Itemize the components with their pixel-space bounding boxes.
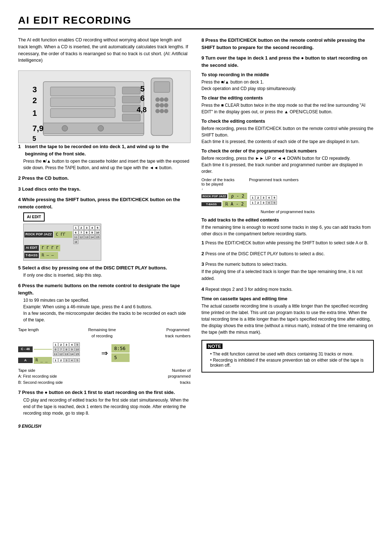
tape-side-label: Tape sideA: First recording sideB: Secon… <box>18 367 63 386</box>
svg-point-12 <box>164 97 168 102</box>
track-order-diagram: Order of the tracksto be played ↓ Progra… <box>201 178 374 214</box>
add-step-4: 4 Repeat steps 2 and 3 for adding more t… <box>201 286 374 293</box>
svg-point-17 <box>160 109 164 113</box>
clear-body: Press the ■ CLEAR button twice in the st… <box>201 102 374 115</box>
track-val1: ρ - 2 <box>228 193 247 199</box>
add-step-3: 3 Press the numeric buttons to select tr… <box>201 261 374 282</box>
num-programmed-label: Number ofprogrammedtracks <box>168 367 191 386</box>
check-editing-heading: To check the editing contents <box>201 119 374 124</box>
check-editing-body: Before recording, press the EDIT/CHECK b… <box>201 125 374 145</box>
left-column: The AI edit function enables CD recordin… <box>18 37 191 429</box>
svg-text:4,8: 4,8 <box>137 106 147 114</box>
right-column: 8 Press the EDIT/CHECK button on the rem… <box>201 37 374 429</box>
tape-lcd-tag2: A <box>18 358 33 363</box>
check-editing-section: To check the editing contents Before rec… <box>201 119 374 145</box>
intro-text: The AI edit function enables CD recordin… <box>18 37 191 64</box>
track-tag1: ROCK POP JAZZ <box>201 194 227 198</box>
tape-lcd-val1 <box>34 349 52 350</box>
step-6-num: 6 <box>18 283 22 288</box>
add-step-2-num: 2 <box>201 251 205 256</box>
num-grid-tape: 12345 678910 1112131415 <box>53 342 80 356</box>
step-3: 3 Load discs onto the trays. <box>18 186 191 193</box>
clear-editing-section: To clear the editing contents Press the … <box>201 95 374 115</box>
step-1-title: Insert the tape to be recorded on into d… <box>25 143 191 157</box>
remaining-label: Remaining timeof recording <box>88 327 116 339</box>
svg-rect-7 <box>122 114 140 121</box>
add-step-1: 1 Press the EDIT/CHECK button while pres… <box>201 239 374 247</box>
step-7: 7 Press the ● button on deck 1 first to … <box>18 389 191 416</box>
add-tracks-section: To add tracks to the edited contents If … <box>201 217 374 293</box>
order-arrow: ↓ <box>201 187 234 191</box>
device-svg: 3 2 1 7,9 5 5 6 4,8 <box>19 71 190 143</box>
lcd-tag-aiedit: AI EDIT <box>24 245 39 251</box>
step-6-body: 10 to 99 minutes can be specified. Examp… <box>23 297 191 323</box>
tape-wrapper: C - 46 12345 678910 1112131415 <box>18 342 191 365</box>
note-item-2: Recording is inhibited if the erasure pr… <box>207 358 369 368</box>
lcd-val1: C ΓΓ <box>54 231 72 238</box>
clear-heading: To clear the editing contents <box>201 95 374 101</box>
tape-left-display: C - 46 12345 678910 1112131415 <box>18 342 98 365</box>
lcd-val2: Γ Γ Γ Γ <box>40 245 60 252</box>
step-6: 6 Press the numeric buttons on the remot… <box>18 282 191 385</box>
add-tracks-body: If the remaining time is enough to recor… <box>201 224 374 237</box>
steps-section: 1 Insert the tape to be recorded on into… <box>18 143 191 416</box>
step-8: 8 Press the EDIT/CHECK button on the rem… <box>201 37 374 51</box>
tape-right-val1: 8:56 <box>111 344 130 353</box>
page-container: AI EDIT RECORDING The AI edit function e… <box>18 15 374 429</box>
add-tracks-heading: To add tracks to the edited contents <box>201 217 374 223</box>
tape-diagram-labels: Tape length Remaining timeof recording P… <box>18 327 191 339</box>
num-grid-1: 12345 678910 1112131415 18 <box>73 225 100 244</box>
time-cassette-section: Time on cassette tapes and editing time … <box>201 296 374 336</box>
tape-length-label: Tape length <box>18 327 39 339</box>
add-step-1-num: 1 <box>201 240 205 245</box>
add-step-3-num: 3 <box>201 261 205 267</box>
add-step-3-body: Press the numeric buttons to select trac… <box>201 262 363 281</box>
step-6-title: Press the numeric buttons on the remote … <box>18 283 180 296</box>
svg-point-16 <box>155 109 160 113</box>
step-5-body: If only one disc is inserted, skip this … <box>23 272 191 278</box>
svg-rect-19 <box>43 123 144 134</box>
time-cassette-body: The actual cassette recording time is us… <box>201 303 374 336</box>
step-4-num: 4 <box>18 197 22 202</box>
step-1-num: 1 <box>18 143 21 157</box>
svg-text:5: 5 <box>33 135 36 142</box>
lcd-tag-rockpopjazz: ROCK POP JAZZ <box>24 232 53 237</box>
svg-point-10 <box>155 97 160 102</box>
check-order-body: Before recording, press the ►► UP or ◄◄ … <box>201 155 374 175</box>
step-9-title: Turn over the tape in deck 1 and press t… <box>201 55 367 68</box>
step-3-title: Load discs onto the trays. <box>22 186 81 192</box>
arrow-right: ⇒ <box>101 347 108 359</box>
svg-text:1: 1 <box>33 109 37 118</box>
stop-recording-section: To stop recording in the middle Press th… <box>201 72 374 92</box>
track-tag2: T-BASS <box>201 202 221 206</box>
order-label: Order of the tracksto be played <box>201 178 234 186</box>
step-5-title: Select a disc by pressing one of the DIS… <box>22 265 167 271</box>
svg-point-13 <box>155 103 160 107</box>
stop-heading: To stop recording in the middle <box>201 72 374 77</box>
programmed-label: Programmedtrack numbers <box>165 327 191 339</box>
svg-text:5: 5 <box>140 84 144 93</box>
tape-lcd-val2: ℝ _ _ <box>34 357 52 364</box>
svg-text:2: 2 <box>33 96 37 105</box>
track-display-block: Order of the tracksto be played ↓ Progra… <box>201 178 374 214</box>
tape-right-display: 8:56 5 <box>111 343 191 363</box>
step-8-title: Press the EDIT/CHECK button on the remot… <box>201 37 365 50</box>
tape-diagram-section: Tape length Remaining timeof recording P… <box>18 327 191 385</box>
page-title: AI EDIT RECORDING <box>18 15 374 29</box>
ai-edit-display: AI EDIT <box>23 212 45 221</box>
svg-text:3: 3 <box>33 85 37 94</box>
prog-label-block: Programmed track numbers <box>249 178 298 191</box>
time-cassette-heading: Time on cassette tapes and editing time <box>201 296 374 301</box>
step-2-num: 2 <box>18 175 21 181</box>
svg-text:7,9: 7,9 <box>33 124 44 133</box>
check-order-heading: To check the order of the programmed tra… <box>201 149 374 154</box>
step-7-body: CD play and recording of edited tracks f… <box>23 397 191 416</box>
note-item-1: The edit function cannot be used with di… <box>207 351 369 357</box>
svg-rect-1 <box>50 87 115 96</box>
step-7-num: 7 <box>18 390 22 395</box>
add-step-2-body: Press one of the DISC DIRECT PLAY button… <box>205 251 325 256</box>
track-rows: ROCK POP JAZZ ρ - 2 T-BASS ℝ A - 2 <box>201 192 247 208</box>
tape-right-val2: 5 <box>111 353 130 362</box>
svg-rect-3 <box>50 109 115 118</box>
step-8-num: 8 <box>201 37 205 43</box>
